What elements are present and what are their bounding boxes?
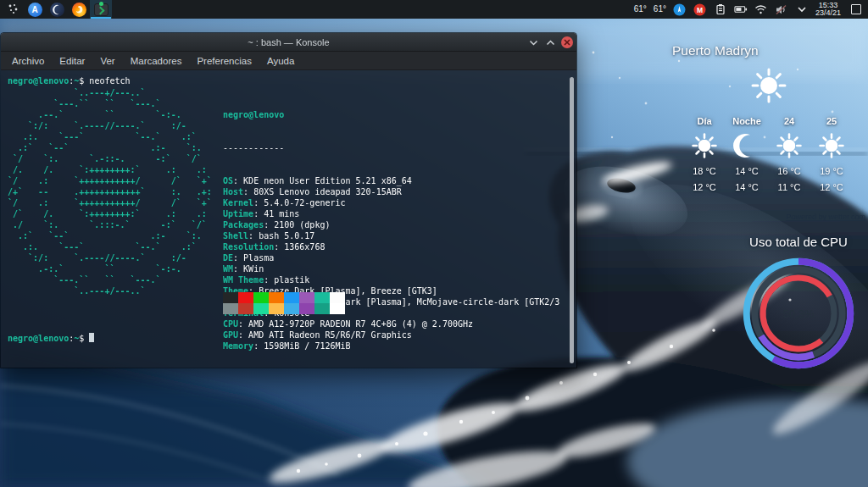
forecast-col-noche[interactable]: Noche 14 °C 14 °C	[726, 116, 768, 192]
neofetch-info-line: Kernel: 5.4.0-72-generic	[223, 197, 559, 208]
konsole-icon	[94, 3, 108, 16]
terminal-color-block	[314, 292, 330, 303]
terminal-color-block	[253, 303, 269, 314]
konsole-window: ~ : bash — Konsole Archivo Editar Ver Ma…	[0, 32, 577, 368]
sun-icon	[689, 130, 720, 162]
terminal-color-blocks-row2	[223, 303, 345, 314]
cpu-widget-title: Uso total de CPU	[729, 235, 868, 249]
discover-icon: A	[28, 3, 42, 17]
menubar: Archivo Editar Ver Marcadores Preferenci…	[1, 52, 576, 70]
menu-marcadores[interactable]: Marcadores	[123, 52, 190, 70]
tray-temp-sensor-1: 61°	[634, 0, 647, 19]
forecast-label: Noche	[732, 116, 761, 130]
menu-ayuda[interactable]: Ayuda	[259, 52, 302, 70]
cpu-usage-value: 50,3%	[739, 254, 858, 373]
browser-icon	[50, 3, 64, 17]
show-desktop-icon	[851, 4, 861, 14]
terminal-color-blocks-row1	[223, 292, 345, 303]
terminal-color-block	[238, 303, 253, 314]
terminal-color-block	[284, 303, 299, 314]
menu-archivo[interactable]: Archivo	[4, 52, 52, 70]
terminal-color-block	[299, 292, 314, 303]
forecast-high: 16 °C	[777, 166, 801, 176]
forecast-label: Día	[697, 116, 711, 130]
system-tray: 61° 61° M	[634, 0, 868, 19]
terminal-color-block	[269, 292, 284, 303]
forecast-label: 24	[784, 116, 794, 130]
moon-icon	[732, 130, 762, 162]
taskbar-item-browser[interactable]	[46, 0, 68, 19]
terminal-color-block	[330, 303, 345, 314]
menu-ver[interactable]: Ver	[92, 52, 122, 70]
neofetch-info-line: Resolution: 1366x768	[223, 241, 559, 252]
firefox-icon	[72, 3, 86, 17]
neofetch-info: negro@lenovo ------------ OS: KDE neon U…	[223, 87, 559, 368]
neofetch-info-line: Uptime: 41 mins	[223, 208, 559, 219]
neofetch-info-line: Host: 80XS Lenovo ideapad 320-15ABR	[223, 186, 559, 197]
desktop: A 61° 61°	[0, 0, 868, 487]
clipboard-icon[interactable]	[714, 3, 727, 16]
neofetch-info-line: WM: KWin	[223, 263, 559, 274]
show-desktop-button[interactable]	[849, 3, 863, 16]
terminal-color-block	[314, 303, 330, 314]
neofetch-info-line: OS: KDE neon User Edition 5.21 x86_64	[223, 175, 559, 186]
taskbar-item-konsole[interactable]	[90, 0, 112, 19]
volume-muted-icon[interactable]	[775, 3, 788, 16]
window-titlebar[interactable]: ~ : bash — Konsole	[1, 33, 576, 52]
forecast-high: 18 °C	[693, 166, 716, 176]
tray-expand-arrow-icon[interactable]	[795, 3, 809, 16]
tray-temp-sensor-2: 61°	[654, 0, 666, 19]
forecast-low: 14 °C	[735, 182, 759, 192]
forecast-col-25[interactable]: 25 19 °C 12 °C	[810, 116, 853, 192]
minimize-button[interactable]	[527, 36, 539, 48]
terminal-area[interactable]: negro@lenovo:~$ neofetch `..---+/---..` …	[1, 70, 576, 368]
terminal-color-block	[284, 292, 299, 303]
cpu-monitor-widget[interactable]: Uso total de CPU 50,3%	[729, 233, 868, 377]
taskbar-item-discover[interactable]: A	[24, 0, 46, 19]
forecast-col-dia[interactable]: Día 18 °C 12 °C	[683, 116, 726, 192]
neofetch-user-host: negro@lenovo	[223, 109, 559, 120]
neofetch-info-lines: OS: KDE neon User Edition 5.21 x86_64Hos…	[223, 175, 559, 351]
neofetch-info-line: Shell: bash 5.0.17	[223, 230, 559, 241]
tray-blue-app-icon[interactable]	[673, 3, 687, 16]
sun-icon	[816, 130, 847, 162]
forecast-low: 12 °C	[693, 182, 716, 192]
taskbar-item-firefox[interactable]	[68, 0, 90, 19]
terminal-cursor	[89, 333, 94, 342]
prompt-line-command: negro@lenovo:~$ neofetch	[8, 75, 131, 86]
svg-text:M: M	[697, 5, 703, 14]
weather-widget[interactable]: Puerto Madryn Día	[653, 38, 868, 233]
neofetch-info-line: WM Theme: plastik	[223, 274, 559, 285]
app-launcher-icon	[7, 3, 20, 16]
maximize-button[interactable]	[544, 36, 556, 48]
forecast-high: 14 °C	[735, 166, 759, 176]
window-title: ~ : bash — Konsole	[1, 37, 576, 47]
app-launcher-button[interactable]	[3, 0, 24, 19]
close-button[interactable]	[561, 36, 573, 48]
sun-icon	[774, 130, 804, 162]
top-panel: A 61° 61°	[0, 0, 868, 19]
neofetch-info-line: Memory: 1598MiB / 7126MiB	[223, 340, 559, 351]
neofetch-ascii: `..---+/---..` `---.`` `` `---.` .--.` `…	[8, 87, 212, 296]
battery-icon[interactable]	[734, 3, 748, 16]
weather-forecast: Día 18 °C 12 °C Noche	[683, 116, 853, 192]
terminal-color-block	[299, 303, 314, 314]
terminal-scrollbar[interactable]	[570, 77, 574, 363]
wifi-icon[interactable]	[754, 3, 768, 16]
terminal-color-block	[253, 292, 269, 303]
weather-credit-link[interactable]: Powered by wetter.com	[786, 213, 865, 221]
forecast-high: 19 °C	[820, 166, 843, 176]
forecast-col-24[interactable]: 24 16 °C 11 °C	[768, 116, 810, 192]
menu-preferencias[interactable]: Preferencias	[189, 52, 259, 70]
gmail-tray-icon[interactable]: M	[693, 3, 707, 16]
neofetch-info-line: Packages: 2100 (dpkg)	[223, 219, 559, 230]
weather-location: Puerto Madryn	[672, 43, 759, 58]
forecast-label: 25	[826, 116, 837, 130]
menu-editar[interactable]: Editar	[52, 52, 92, 70]
neofetch-info-line: GPU: AMD ATI Radeon R5/R6/R7 Graphics	[223, 329, 559, 340]
neofetch-info-line: DE: Plasma	[223, 252, 559, 263]
forecast-low: 12 °C	[820, 182, 843, 192]
weather-current-sun-icon	[748, 65, 789, 106]
digital-clock[interactable]: 15:33 23/4/21	[815, 2, 841, 18]
prompt-line-current: negro@lenovo:~$	[8, 333, 94, 344]
